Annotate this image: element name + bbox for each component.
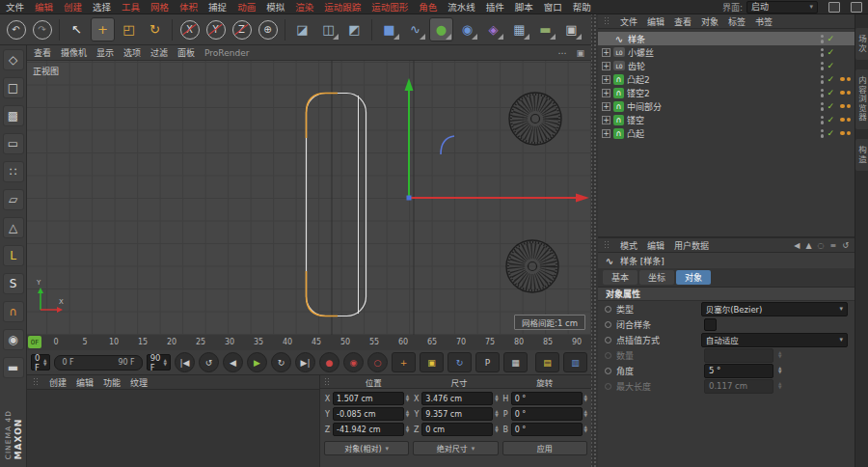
move-icon[interactable]: + (91, 17, 115, 41)
menu-file[interactable]: 文件 (6, 0, 24, 14)
keyframe-selection-button[interactable]: ○ (367, 352, 388, 372)
menu-motion-tracker[interactable]: 运动跟踪 (324, 0, 361, 14)
visibility-dots-icon[interactable] (821, 35, 825, 43)
anim-dot-icon[interactable] (605, 321, 611, 328)
size-z-field[interactable]: 0 cm (421, 423, 493, 436)
record-scale-button[interactable]: ▣ (420, 352, 444, 372)
edges-mode-icon[interactable]: ▱ (3, 189, 24, 210)
tab-object[interactable]: 对象 (676, 270, 711, 285)
next-frame-button[interactable]: ↻ (271, 352, 291, 372)
layout-reset-icon[interactable] (851, 2, 862, 13)
menu-mesh[interactable]: 网格 (150, 0, 169, 14)
lock-workplane-icon[interactable]: ▬ (3, 357, 24, 378)
expand-icon[interactable]: + (602, 102, 610, 111)
record-parameter-button[interactable]: P (475, 352, 500, 372)
tag-dots-icon[interactable] (837, 91, 851, 96)
object-row-cutout[interactable]: + ∩ 镂空 ✓ (598, 113, 854, 126)
play-reverse-button[interactable]: ↺ (199, 352, 219, 372)
menu-tools[interactable]: 工具 (122, 0, 140, 14)
angle-field[interactable]: 5 ° (704, 364, 773, 378)
rot-h-field[interactable]: 0 ° (511, 392, 583, 405)
goto-end-button[interactable]: ▶| (295, 352, 315, 372)
visibility-dots-icon[interactable] (821, 62, 825, 70)
search-icon[interactable]: ◌ (818, 241, 825, 250)
add-deformer-icon[interactable]: ◈ (481, 17, 505, 41)
menu-create[interactable]: 创建 (64, 0, 82, 14)
enabled-check-icon[interactable]: ✓ (827, 61, 834, 70)
menu-edit[interactable]: 编辑 (35, 0, 53, 14)
tag-dots-icon[interactable] (837, 77, 851, 82)
render-settings-icon[interactable]: ◩ (342, 17, 366, 41)
object-row-middle[interactable]: + ∩ 中间部分 ✓ (598, 99, 854, 113)
type-dropdown[interactable]: 贝塞尔(Bezier) (701, 302, 848, 316)
material-list-area[interactable] (27, 390, 319, 467)
anim-dot-icon[interactable] (605, 306, 611, 313)
expand-icon[interactable]: + (602, 62, 610, 70)
visibility-dots-icon[interactable] (821, 129, 825, 138)
gear-wireframe-bottom[interactable] (506, 240, 558, 292)
end-frame-field[interactable]: 90 F (147, 354, 171, 371)
viewport-menu-icon[interactable]: ⋯ (557, 48, 566, 58)
play-button[interactable]: ▶ (247, 352, 267, 372)
om-menu-view[interactable]: 查看 (674, 15, 692, 28)
menu-animate[interactable]: 动画 (237, 0, 256, 14)
panel-divider[interactable] (591, 14, 598, 467)
render-view-icon[interactable]: ◪ (290, 17, 314, 41)
enabled-check-icon[interactable]: ✓ (827, 74, 834, 84)
tab-coordinates[interactable]: 坐标 (639, 270, 674, 285)
gear-wireframe-top[interactable] (509, 93, 561, 145)
stepper-icon[interactable] (584, 395, 587, 402)
live-selection-icon[interactable]: ↖ (65, 17, 89, 41)
menu-help[interactable]: 帮助 (573, 0, 591, 14)
layout-store-icon[interactable] (828, 2, 840, 13)
menu-snap[interactable]: 捕捉 (208, 0, 227, 14)
viewport-maximize-icon[interactable]: ▣ (576, 48, 584, 58)
mat-menu-texture[interactable]: 纹理 (130, 376, 148, 389)
record-position-button[interactable]: + (392, 352, 416, 372)
helper-spline[interactable] (441, 136, 454, 154)
vp-menu-panel[interactable]: 面板 (177, 46, 195, 59)
panel-grip-icon[interactable] (33, 377, 40, 387)
close-spline-checkbox[interactable] (704, 318, 717, 331)
tag-dots-icon[interactable] (837, 104, 851, 109)
visibility-dots-icon[interactable] (821, 75, 825, 84)
vp-menu-display[interactable]: 显示 (96, 46, 114, 59)
render-region-icon[interactable]: ◫ (316, 17, 340, 41)
menu-script[interactable]: 脚本 (515, 0, 533, 14)
add-cube-icon[interactable]: ■ (377, 17, 401, 41)
quantize-icon[interactable]: ◉ (3, 329, 24, 350)
add-generator-icon[interactable]: ● (429, 17, 453, 41)
stepper-icon[interactable] (406, 395, 409, 402)
menu-pipeline[interactable]: 流水线 (448, 0, 475, 14)
enabled-check-icon[interactable]: ✓ (827, 115, 834, 124)
om-menu-file[interactable]: 文件 (620, 15, 637, 28)
object-row-bulge2[interactable]: + ∩ 凸起2 ✓ (598, 72, 854, 86)
size-x-field[interactable]: 3.476 cm (421, 392, 493, 405)
tag-dots-icon[interactable] (837, 131, 851, 136)
pos-z-field[interactable]: -41.942 cm (333, 423, 404, 436)
panel-grip-icon[interactable] (604, 16, 610, 26)
rotate-icon[interactable]: ↻ (143, 17, 167, 41)
rot-b-field[interactable]: 0 ° (511, 423, 583, 436)
stepper-icon[interactable] (406, 410, 409, 418)
stepper-icon[interactable] (43, 359, 46, 367)
enabled-check-icon[interactable]: ✓ (827, 128, 834, 138)
panel-grip-icon[interactable] (604, 240, 610, 250)
vp-menu-camera[interactable]: 摄像机 (61, 46, 87, 59)
stepper-icon[interactable] (584, 426, 587, 433)
om-menu-object[interactable]: 对象 (701, 15, 719, 28)
add-camera-icon[interactable]: ▣ (559, 17, 583, 41)
visibility-dots-icon[interactable] (821, 48, 825, 57)
tab-takes[interactable]: 场次 (855, 28, 868, 60)
mat-menu-create[interactable]: 创建 (49, 376, 67, 389)
lock-y-icon[interactable]: Y (203, 17, 228, 41)
mat-menu-edit[interactable]: 编辑 (76, 376, 94, 389)
expand-icon[interactable]: + (602, 89, 610, 97)
object-row-gear[interactable]: + L0 齿轮 ✓ (598, 59, 854, 72)
nav-back-icon[interactable]: ◀ (794, 241, 800, 250)
lock-x-icon[interactable]: X (177, 17, 202, 41)
x-axis-arrowhead[interactable] (576, 194, 589, 203)
enabled-check-icon[interactable]: ✓ (827, 47, 834, 57)
stepper-icon[interactable] (495, 410, 498, 418)
am-menu-mode[interactable]: 模式 (620, 239, 637, 252)
